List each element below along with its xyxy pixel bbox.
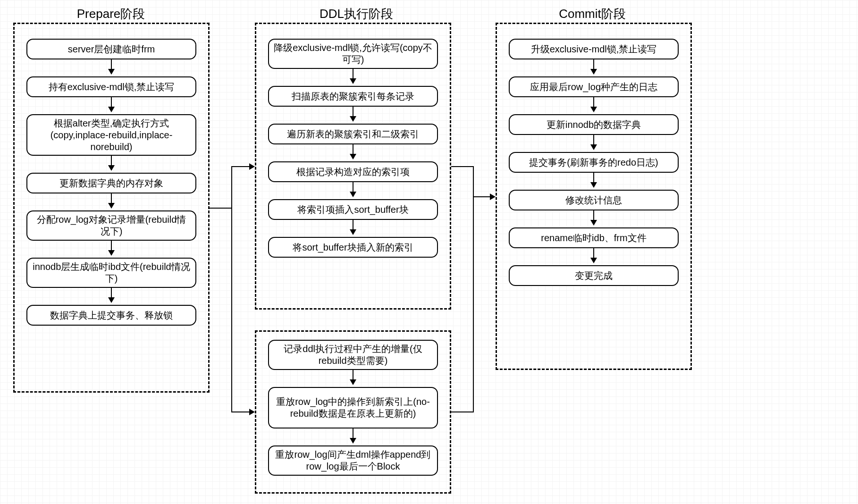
arrow (353, 69, 353, 83)
arrow (593, 248, 594, 262)
arrow (353, 220, 353, 234)
ddl-node-6: 将sort_buffer块插入新的索引 (268, 237, 438, 258)
connector-arrow (231, 166, 254, 167)
commit-node-4: 提交事务(刷新事务的redo日志) (509, 152, 679, 173)
arrow (111, 241, 112, 255)
ddl-node-2: 扫描原表的聚簇索引每条记录 (268, 86, 438, 107)
ddl-node-3: 遍历新表的聚簇索引和二级索引 (268, 124, 438, 144)
prepare-node-3: 根据alter类型,确定执行方式(copy,inplace-rebuild,in… (26, 114, 196, 156)
ddl2-node-3: 重放row_log间产生dml操作append到row_log最后一个Block (268, 445, 438, 476)
commit-node-5: 修改统计信息 (509, 190, 679, 210)
prepare-node-5: 分配row_log对象记录增量(rebuild情况下) (26, 210, 196, 241)
prepare-node-4: 更新数据字典的内存对象 (26, 173, 196, 193)
arrow (593, 97, 594, 111)
connector (451, 166, 473, 167)
commit-stage-title: Commit阶段 (538, 6, 647, 22)
connector (473, 166, 474, 412)
commit-node-7: 变更完成 (509, 265, 679, 286)
arrow (593, 135, 594, 149)
connector (451, 412, 473, 412)
prepare-node-2: 持有exclusive-mdl锁,禁止读写 (26, 76, 196, 97)
ddl-node-5: 将索引项插入sort_buffer块 (268, 199, 438, 220)
ddl-stage-title: DDL执行阶段 (302, 6, 411, 22)
ddl-node-4: 根据记录构造对应的索引项 (268, 161, 438, 182)
prepare-node-1: server层创建临时frm (26, 39, 196, 59)
arrow (593, 173, 594, 187)
arrow (111, 193, 112, 208)
arrow (111, 156, 112, 170)
prepare-node-7: 数据字典上提交事务、释放锁 (26, 305, 196, 326)
arrow (353, 428, 353, 443)
ddl-node-1: 降级exclusive-mdl锁,允许读写(copy不可写) (268, 39, 438, 69)
commit-node-2: 应用最后row_log种产生的日志 (509, 76, 679, 97)
arrow (111, 288, 112, 302)
arrow (353, 107, 353, 121)
connector-arrow (231, 412, 254, 412)
arrow (353, 370, 353, 384)
ddl2-node-2: 重放row_log中的操作到新索引上(no-rebuild数据是在原表上更新的) (268, 387, 438, 428)
prepare-stage-title: Prepare阶段 (57, 6, 165, 22)
arrow (593, 210, 594, 225)
connector (210, 208, 231, 209)
commit-node-6: rename临时idb、frm文件 (509, 227, 679, 248)
arrow (111, 59, 112, 74)
arrow (111, 97, 112, 111)
arrow (593, 59, 594, 74)
prepare-node-6: innodb层生成临时ibd文件(rebuild情况下) (26, 258, 196, 288)
connector (231, 166, 232, 412)
arrow (353, 144, 353, 159)
ddl2-node-1: 记录ddl执行过程中产生的增量(仅rebuild类型需要) (268, 340, 438, 370)
arrow (353, 182, 353, 196)
commit-node-1: 升级exclusive-mdl锁,禁止读写 (509, 39, 679, 59)
commit-node-3: 更新innodb的数据字典 (509, 114, 679, 135)
connector-arrow (473, 196, 495, 197)
